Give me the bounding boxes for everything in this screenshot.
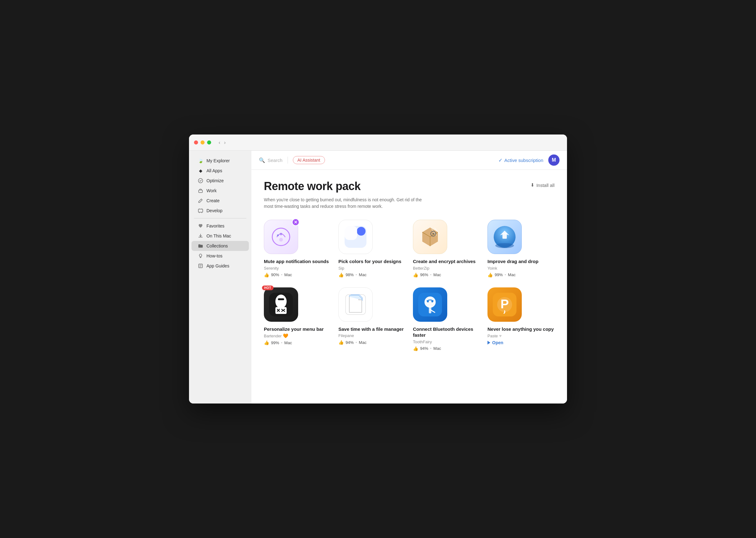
app-card-paste[interactable]: P Never lose anything you copy Paste ♥: [488, 288, 554, 351]
sidebar-item-label: Create: [207, 198, 219, 203]
pack-title: Remote work pack: [264, 180, 360, 193]
thumbs-up-icon: 👍: [338, 340, 344, 345]
traffic-lights: [194, 140, 211, 144]
app-card-betterzip[interactable]: Create and encrypt archives BetterZip 👍 …: [413, 220, 480, 277]
rating-value: 94%: [346, 340, 354, 345]
close-button[interactable]: [194, 140, 198, 144]
app-icon-paste: P: [488, 288, 522, 322]
app-icon-bartender: [264, 288, 298, 322]
app-subtitle: Yoink: [488, 266, 554, 271]
back-button[interactable]: ‹: [217, 139, 221, 146]
sidebar-item-how-tos[interactable]: How-tos: [192, 251, 249, 261]
briefcase-icon: [198, 188, 203, 193]
svg-point-5: [279, 238, 283, 242]
heart-gray-icon: ♥: [499, 333, 501, 338]
sidebar-item-create[interactable]: Create: [192, 196, 249, 206]
ai-assistant-button[interactable]: AI Assistant: [293, 156, 325, 164]
app-subtitle: Filepane: [338, 333, 405, 338]
app-card-filepane[interactable]: Save time with a file manager Filepane 👍…: [338, 288, 405, 351]
svg-rect-10: [345, 226, 357, 240]
sidebar-item-optimize[interactable]: Optimize: [192, 176, 249, 186]
app-name: Mute app notification sounds: [264, 258, 331, 265]
app-name: Improve drag and drop: [488, 258, 554, 265]
diamond-icon: ◆: [198, 168, 203, 174]
app-rating: 👍 94% • Mac: [413, 346, 480, 351]
forward-button[interactable]: ›: [223, 139, 227, 146]
app-card-serenity[interactable]: ✕ Mute app notification sounds Serenity …: [264, 220, 331, 277]
dot-separator: •: [355, 340, 357, 345]
dot-separator: •: [430, 272, 432, 277]
svg-point-7: [280, 233, 282, 235]
app-card-sip[interactable]: Pick colors for your designs Sip 👍 98% •…: [338, 220, 405, 277]
svg-point-13: [495, 243, 514, 248]
topbar: 🔍 Search AI Assistant ✓ Active subscript…: [251, 151, 567, 170]
app-name: Connect Bluetooth devices faster: [413, 326, 480, 338]
svg-point-16: [275, 295, 287, 308]
minimize-button[interactable]: [201, 140, 205, 144]
svg-rect-1: [199, 190, 203, 192]
heart-icon: [198, 223, 203, 229]
app-icon-wrap: P: [488, 288, 522, 322]
pack-header: Remote work pack ⬇ Install all: [264, 180, 554, 193]
main-layout: 🍃 My Explorer ◆ All Apps Optimize: [189, 151, 567, 404]
platform-label: Mac: [434, 346, 441, 351]
maximize-button[interactable]: [207, 140, 211, 144]
install-all-button[interactable]: ⬇ Install all: [531, 182, 554, 188]
platform-label: Mac: [359, 272, 367, 277]
book-icon: [198, 263, 203, 269]
open-button[interactable]: Open: [488, 340, 554, 345]
thumbs-up-icon: 👍: [264, 272, 269, 277]
app-card-toothfairy[interactable]: Connect Bluetooth devices faster ToothFa…: [413, 288, 480, 351]
vertical-divider: [288, 157, 288, 164]
rating-value: 94%: [420, 346, 428, 351]
sidebar-item-label: Collections: [207, 243, 228, 248]
checkmark-icon: ✓: [498, 157, 502, 163]
platform-label: Mac: [284, 272, 292, 277]
main-content: Remote work pack ⬇ Install all When you'…: [251, 170, 567, 404]
svg-point-4: [272, 228, 290, 245]
app-rating: 👍 98% • Mac: [338, 272, 405, 277]
dot-separator: •: [281, 272, 283, 277]
app-icon-wrap: [413, 288, 447, 322]
app-icon-wrap: ✕: [264, 220, 298, 254]
app-icon-yoink: [488, 220, 522, 254]
sidebar-item-develop[interactable]: Develop: [192, 206, 249, 216]
subtitle-text: Bartender: [264, 334, 282, 338]
app-icon-filepane: [338, 288, 373, 322]
svg-text:P: P: [500, 297, 509, 311]
sidebar-item-on-this-mac[interactable]: On This Mac: [192, 231, 249, 241]
sidebar-item-all-apps[interactable]: ◆ All Apps: [192, 166, 249, 176]
app-card-yoink[interactable]: Improve drag and drop Yoink 👍 99% • Mac: [488, 220, 554, 277]
app-name: Create and encrypt archives: [413, 258, 480, 265]
sidebar-item-favorites[interactable]: Favorites: [192, 221, 249, 231]
heart-orange-icon: 🧡: [283, 333, 288, 338]
titlebar: ‹ ›: [189, 134, 567, 151]
sidebar-item-collections[interactable]: Collections: [192, 241, 249, 251]
sidebar-item-work[interactable]: Work: [192, 186, 249, 196]
avatar[interactable]: M: [548, 154, 559, 166]
dot-separator: •: [281, 341, 283, 345]
sidebar-item-label: Work: [207, 188, 216, 193]
app-icon-wrap: [488, 220, 522, 254]
app-grid: ✕ Mute app notification sounds Serenity …: [264, 220, 554, 351]
app-subtitle: Paste ♥: [488, 333, 554, 338]
lightbulb-icon: [198, 253, 203, 259]
sidebar-item-label: How-tos: [207, 253, 222, 258]
svg-point-22: [427, 300, 429, 302]
app-rating: 👍 90% • Mac: [264, 272, 331, 277]
dot-separator: •: [355, 272, 357, 277]
sidebar-item-app-guides[interactable]: App Guides: [192, 261, 249, 271]
svg-rect-17: [275, 307, 287, 314]
search-placeholder: Search: [267, 158, 283, 163]
sidebar-item-my-explorer[interactable]: 🍃 My Explorer: [192, 156, 249, 166]
remove-badge[interactable]: ✕: [292, 218, 300, 226]
app-window: ‹ › 🍃 My Explorer ◆ All Apps Optim: [189, 134, 567, 404]
app-name: Never lose anything you copy: [488, 326, 554, 332]
svg-rect-14: [502, 233, 507, 239]
search-area: 🔍 Search: [259, 157, 283, 163]
folder-icon: [198, 243, 203, 249]
dot-separator: •: [505, 272, 506, 277]
app-card-bartender[interactable]: HOT Personalize your menu bar Bartender …: [264, 288, 331, 351]
sidebar-item-label: Favorites: [207, 223, 224, 229]
app-name: Save time with a file manager: [338, 326, 405, 332]
